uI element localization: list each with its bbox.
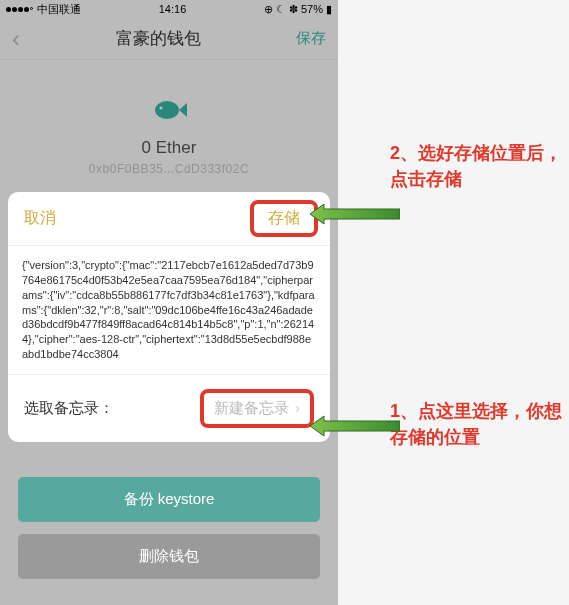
backup-keystore-button[interactable]: 备份 keystore	[18, 477, 320, 522]
new-memo-button[interactable]: 新建备忘录	[214, 399, 289, 418]
cancel-button[interactable]: 取消	[24, 208, 56, 229]
phone-screen: 中国联通 14:16 ⊕ ☾ ✽ 57% ▮ ‹ 富豪的钱包 保存 0 Ethe…	[0, 0, 338, 605]
export-sheet: 取消 存储 {"version":3,"crypto":{"mac":"2117…	[8, 192, 330, 442]
memo-label: 选取备忘录：	[24, 399, 114, 418]
annotation-2: 2、选好存储位置后，点击存储	[390, 140, 569, 192]
keystore-json-text: {"version":3,"crypto":{"mac":"2117ebcb7e…	[8, 246, 330, 375]
chevron-right-icon: ›	[295, 400, 300, 416]
delete-wallet-button[interactable]: 删除钱包	[18, 534, 320, 579]
store-button-highlight: 存储	[250, 200, 318, 237]
memo-row: 选取备忘录： 新建备忘录 ›	[8, 375, 330, 442]
new-memo-highlight: 新建备忘录 ›	[200, 389, 314, 428]
store-button[interactable]: 存储	[268, 209, 300, 226]
annotation-1: 1、点这里选择，你想存储的位置	[390, 398, 569, 450]
bottom-buttons: 备份 keystore 删除钱包	[18, 477, 320, 591]
sheet-header: 取消 存储	[8, 192, 330, 246]
